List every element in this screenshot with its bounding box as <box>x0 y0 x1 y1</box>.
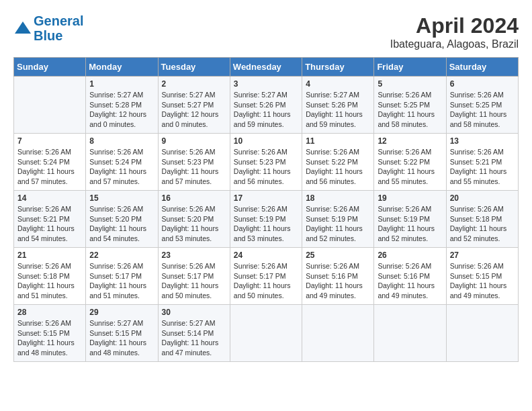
month-title: April 2024 <box>390 13 519 38</box>
logo: General Blue <box>13 13 83 43</box>
day-header-wednesday: Wednesday <box>230 58 302 77</box>
day-number: 24 <box>234 250 298 260</box>
calendar-cell: 16Sunrise: 5:26 AMSunset: 5:20 PMDayligh… <box>158 191 230 248</box>
day-info: Sunrise: 5:26 AMSunset: 5:21 PMDaylight:… <box>17 204 82 244</box>
calendar-cell: 26Sunrise: 5:26 AMSunset: 5:16 PMDayligh… <box>374 248 446 305</box>
calendar-cell <box>14 77 86 134</box>
day-info: Sunrise: 5:26 AMSunset: 5:17 PMDaylight:… <box>162 261 226 301</box>
day-info: Sunrise: 5:26 AMSunset: 5:22 PMDaylight:… <box>378 147 442 187</box>
day-number: 14 <box>17 193 82 203</box>
day-info: Sunrise: 5:27 AMSunset: 5:15 PMDaylight:… <box>89 318 154 358</box>
day-number: 25 <box>306 250 370 260</box>
day-info: Sunrise: 5:27 AMSunset: 5:14 PMDaylight:… <box>162 318 226 358</box>
page-header: General Blue April 2024 Ibateguara, Alag… <box>13 13 519 50</box>
calendar-cell: 23Sunrise: 5:26 AMSunset: 5:17 PMDayligh… <box>158 248 230 305</box>
logo-icon <box>13 19 32 38</box>
day-number: 1 <box>89 79 154 89</box>
day-number: 30 <box>162 308 226 317</box>
day-number: 26 <box>378 250 442 260</box>
calendar-cell: 3Sunrise: 5:27 AMSunset: 5:26 PMDaylight… <box>230 77 302 134</box>
calendar-cell: 19Sunrise: 5:26 AMSunset: 5:19 PMDayligh… <box>374 191 446 248</box>
day-info: Sunrise: 5:26 AMSunset: 5:15 PMDaylight:… <box>17 318 82 358</box>
day-info: Sunrise: 5:26 AMSunset: 5:23 PMDaylight:… <box>234 147 298 187</box>
calendar-cell: 13Sunrise: 5:26 AMSunset: 5:21 PMDayligh… <box>446 134 518 191</box>
calendar-cell: 14Sunrise: 5:26 AMSunset: 5:21 PMDayligh… <box>14 191 86 248</box>
day-info: Sunrise: 5:26 AMSunset: 5:19 PMDaylight:… <box>234 204 298 244</box>
week-row-3: 14Sunrise: 5:26 AMSunset: 5:21 PMDayligh… <box>14 191 519 248</box>
day-number: 7 <box>17 136 82 146</box>
day-number: 15 <box>89 193 154 203</box>
calendar-cell: 30Sunrise: 5:27 AMSunset: 5:14 PMDayligh… <box>158 305 230 362</box>
calendar-cell <box>446 305 518 362</box>
day-number: 6 <box>450 79 515 89</box>
day-info: Sunrise: 5:26 AMSunset: 5:23 PMDaylight:… <box>162 147 226 187</box>
day-info: Sunrise: 5:26 AMSunset: 5:24 PMDaylight:… <box>17 147 82 187</box>
calendar-cell: 27Sunrise: 5:26 AMSunset: 5:15 PMDayligh… <box>446 248 518 305</box>
calendar-cell: 25Sunrise: 5:26 AMSunset: 5:16 PMDayligh… <box>302 248 374 305</box>
calendar-cell: 17Sunrise: 5:26 AMSunset: 5:19 PMDayligh… <box>230 191 302 248</box>
day-info: Sunrise: 5:26 AMSunset: 5:16 PMDaylight:… <box>378 261 442 301</box>
day-info: Sunrise: 5:26 AMSunset: 5:24 PMDaylight:… <box>89 147 154 187</box>
svg-rect-1 <box>20 30 26 34</box>
calendar-body: 1Sunrise: 5:27 AMSunset: 5:28 PMDaylight… <box>14 77 519 362</box>
week-row-2: 7Sunrise: 5:26 AMSunset: 5:24 PMDaylight… <box>14 134 519 191</box>
day-info: Sunrise: 5:26 AMSunset: 5:25 PMDaylight:… <box>450 90 515 130</box>
day-number: 19 <box>378 193 442 203</box>
day-number: 16 <box>162 193 226 203</box>
calendar-cell <box>374 305 446 362</box>
day-number: 12 <box>378 136 442 146</box>
calendar-cell: 29Sunrise: 5:27 AMSunset: 5:15 PMDayligh… <box>86 305 158 362</box>
calendar-cell: 9Sunrise: 5:26 AMSunset: 5:23 PMDaylight… <box>158 134 230 191</box>
calendar-cell: 18Sunrise: 5:26 AMSunset: 5:19 PMDayligh… <box>302 191 374 248</box>
calendar-cell: 21Sunrise: 5:26 AMSunset: 5:18 PMDayligh… <box>14 248 86 305</box>
day-info: Sunrise: 5:27 AMSunset: 5:27 PMDaylight:… <box>162 90 226 130</box>
day-header-saturday: Saturday <box>446 58 518 77</box>
calendar-header-row: SundayMondayTuesdayWednesdayThursdayFrid… <box>14 58 519 77</box>
day-info: Sunrise: 5:26 AMSunset: 5:19 PMDaylight:… <box>378 204 442 244</box>
day-info: Sunrise: 5:27 AMSunset: 5:26 PMDaylight:… <box>306 90 370 130</box>
day-info: Sunrise: 5:26 AMSunset: 5:17 PMDaylight:… <box>89 261 154 301</box>
day-number: 18 <box>306 193 370 203</box>
week-row-1: 1Sunrise: 5:27 AMSunset: 5:28 PMDaylight… <box>14 77 519 134</box>
day-header-tuesday: Tuesday <box>158 58 230 77</box>
day-number: 3 <box>234 79 298 89</box>
location: Ibateguara, Alagoas, Brazil <box>390 38 519 50</box>
day-info: Sunrise: 5:26 AMSunset: 5:18 PMDaylight:… <box>450 204 515 244</box>
day-number: 22 <box>89 250 154 260</box>
calendar-cell: 12Sunrise: 5:26 AMSunset: 5:22 PMDayligh… <box>374 134 446 191</box>
day-number: 11 <box>306 136 370 146</box>
day-info: Sunrise: 5:27 AMSunset: 5:26 PMDaylight:… <box>234 90 298 130</box>
day-info: Sunrise: 5:26 AMSunset: 5:20 PMDaylight:… <box>89 204 154 244</box>
day-number: 8 <box>89 136 154 146</box>
day-number: 2 <box>162 79 226 89</box>
day-info: Sunrise: 5:26 AMSunset: 5:18 PMDaylight:… <box>17 261 82 301</box>
day-number: 27 <box>450 250 515 260</box>
day-number: 4 <box>306 79 370 89</box>
day-info: Sunrise: 5:26 AMSunset: 5:20 PMDaylight:… <box>162 204 226 244</box>
day-number: 10 <box>234 136 298 146</box>
calendar-cell: 10Sunrise: 5:26 AMSunset: 5:23 PMDayligh… <box>230 134 302 191</box>
day-number: 17 <box>234 193 298 203</box>
title-block: April 2024 Ibateguara, Alagoas, Brazil <box>390 13 519 50</box>
day-number: 21 <box>17 250 82 260</box>
day-info: Sunrise: 5:26 AMSunset: 5:15 PMDaylight:… <box>450 261 515 301</box>
calendar-cell: 15Sunrise: 5:26 AMSunset: 5:20 PMDayligh… <box>86 191 158 248</box>
week-row-4: 21Sunrise: 5:26 AMSunset: 5:18 PMDayligh… <box>14 248 519 305</box>
day-info: Sunrise: 5:26 AMSunset: 5:16 PMDaylight:… <box>306 261 370 301</box>
day-number: 29 <box>89 308 154 317</box>
logo-line1: General <box>34 13 83 28</box>
calendar-cell: 4Sunrise: 5:27 AMSunset: 5:26 PMDaylight… <box>302 77 374 134</box>
day-header-friday: Friday <box>374 58 446 77</box>
calendar-cell: 7Sunrise: 5:26 AMSunset: 5:24 PMDaylight… <box>14 134 86 191</box>
day-info: Sunrise: 5:26 AMSunset: 5:17 PMDaylight:… <box>234 261 298 301</box>
day-header-monday: Monday <box>86 58 158 77</box>
calendar-cell: 22Sunrise: 5:26 AMSunset: 5:17 PMDayligh… <box>86 248 158 305</box>
calendar-cell: 20Sunrise: 5:26 AMSunset: 5:18 PMDayligh… <box>446 191 518 248</box>
logo-text: General Blue <box>34 13 83 43</box>
logo-line2: Blue <box>34 28 83 43</box>
day-number: 5 <box>378 79 442 89</box>
day-info: Sunrise: 5:26 AMSunset: 5:22 PMDaylight:… <box>306 147 370 187</box>
day-info: Sunrise: 5:26 AMSunset: 5:19 PMDaylight:… <box>306 204 370 244</box>
calendar-cell: 2Sunrise: 5:27 AMSunset: 5:27 PMDaylight… <box>158 77 230 134</box>
calendar-cell: 28Sunrise: 5:26 AMSunset: 5:15 PMDayligh… <box>14 305 86 362</box>
